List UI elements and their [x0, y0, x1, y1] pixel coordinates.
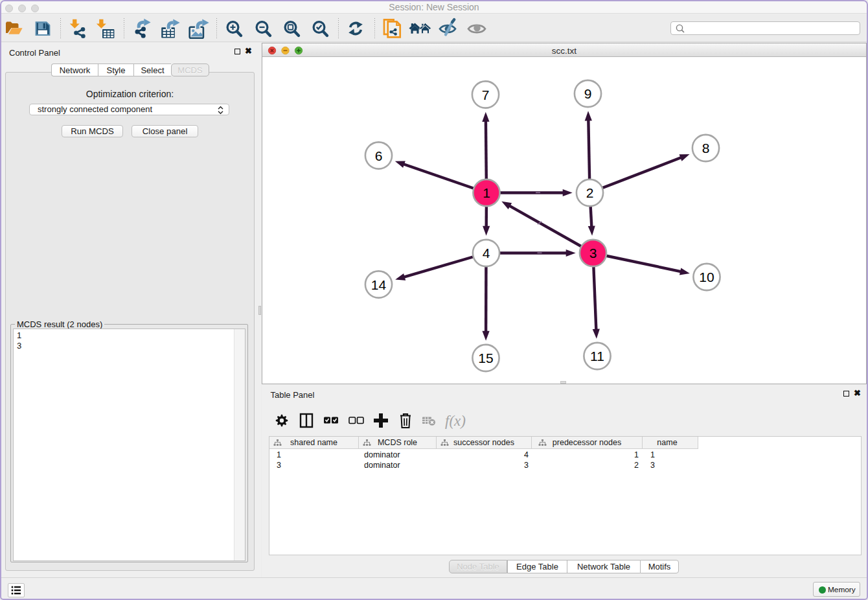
svg-text:2: 2 — [586, 185, 594, 200]
svg-text:1: 1 — [483, 185, 490, 200]
svg-text:7: 7 — [482, 87, 490, 102]
svg-text:f(x): f(x) — [445, 413, 466, 429]
svg-text:6: 6 — [375, 148, 383, 163]
svg-text:9: 9 — [584, 86, 592, 101]
svg-text:4: 4 — [483, 246, 490, 260]
svg-text:15: 15 — [478, 351, 493, 365]
svg-text:8: 8 — [702, 141, 710, 156]
svg-text:11: 11 — [590, 349, 604, 363]
svg-text:3: 3 — [589, 246, 597, 260]
svg-text:14: 14 — [371, 277, 387, 292]
svg-text:10: 10 — [699, 270, 714, 284]
